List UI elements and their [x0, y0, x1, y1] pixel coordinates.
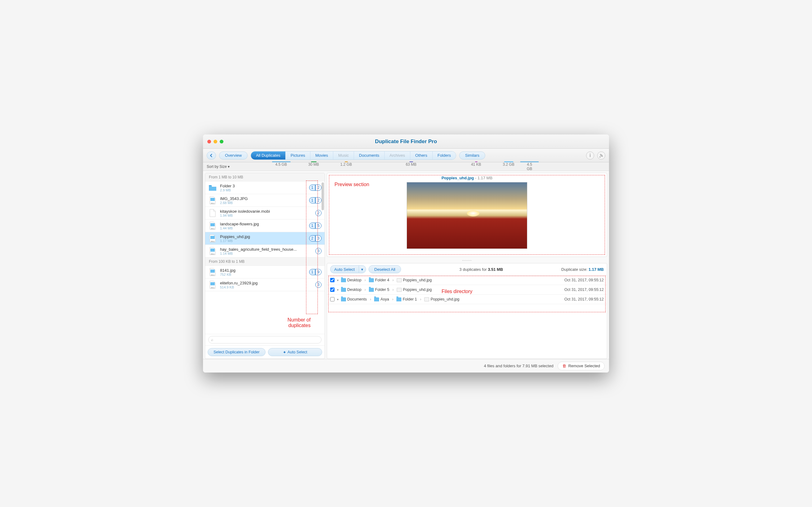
tab-overview[interactable]: Overview: [219, 152, 248, 160]
tab-archives[interactable]: Archives: [385, 152, 410, 160]
close-window-button[interactable]: [207, 140, 211, 144]
preview-filesize: - 1.17 MB: [475, 176, 492, 180]
svg-rect-8: [210, 270, 215, 273]
info-button[interactable]: i: [586, 152, 594, 160]
sort-dropdown[interactable]: Sort by Size ▾: [207, 164, 265, 169]
scrollbar[interactable]: [321, 182, 324, 210]
duplicate-count-badge: 3: [315, 282, 321, 288]
badge: 5: [315, 223, 321, 229]
annotation-preview-section: Preview section: [335, 182, 369, 187]
breadcrumb-separator: ›: [364, 287, 366, 292]
breadcrumb-item[interactable]: Poppies_uhd.jpg: [397, 287, 432, 292]
path-date: Oct 31, 2017, 09:55:12: [564, 278, 604, 282]
breadcrumb-item[interactable]: Folder 1: [396, 297, 417, 301]
duplicate-count-badge: 19: [309, 269, 321, 275]
badge: 1: [309, 269, 315, 275]
search-icon: ⌕: [211, 338, 213, 342]
file-row[interactable]: JPEGPoppies_uhd.jpg1.17 MB23: [205, 232, 324, 245]
preview-header: Poppies_uhd.jpg - 1.17 MB: [329, 176, 604, 180]
file-row[interactable]: kitayskoe issledovanie.mobi1.94 MB2: [205, 207, 324, 220]
select-duplicates-button[interactable]: Select Duplicates in Folder: [208, 348, 265, 356]
deselect-all-button[interactable]: Deselect All: [368, 265, 401, 273]
rss-button[interactable]: [597, 152, 605, 160]
file-size: 752 KB: [220, 273, 306, 276]
breadcrumb-item[interactable]: Poppies_uhd.jpg: [424, 297, 459, 301]
file-name: hay_bales_agriculture_field_trees_house.…: [220, 247, 312, 251]
back-button[interactable]: [207, 152, 216, 160]
file-size: 2.68 MB: [220, 201, 306, 205]
badge: 3: [315, 235, 321, 241]
file-name: Folder 3: [220, 184, 306, 188]
size-indicator: 30 MB: [297, 162, 330, 171]
chevron-down-icon[interactable]: ▾: [337, 298, 339, 301]
tab-all-duplicates[interactable]: All Duplicates: [251, 152, 286, 160]
badge: 1: [309, 223, 315, 229]
path-list: ▾Desktop›Folder 4›Poppies_uhd.jpgOct 31,…: [327, 275, 607, 304]
duplicate-count-badge: 3: [315, 248, 321, 254]
tab-music[interactable]: Music: [333, 152, 354, 160]
tab-others[interactable]: Others: [410, 152, 433, 160]
file-row[interactable]: JPEGelitefon.ru_23929.jpg514.9 KB3: [205, 279, 324, 291]
tab-movies[interactable]: Movies: [310, 152, 333, 160]
path-row[interactable]: ▾Documents›Asya›Folder 1›Poppies_uhd.jpg…: [327, 295, 607, 304]
path-row[interactable]: ▾Desktop›Folder 4›Poppies_uhd.jpgOct 31,…: [327, 275, 607, 285]
svg-rect-6: [210, 248, 215, 251]
file-icon: [424, 297, 429, 301]
path-checkbox[interactable]: [330, 278, 335, 282]
duplicate-size-info: Duplicate size: 1.17 MB: [561, 267, 604, 272]
breadcrumb-item[interactable]: Documents: [341, 297, 367, 301]
search-input[interactable]: [208, 336, 321, 343]
breadcrumb-item[interactable]: Poppies_uhd.jpg: [397, 278, 432, 282]
chevron-down-icon[interactable]: ▾: [337, 288, 339, 291]
titlebar: Duplicate File Finder Pro: [203, 134, 609, 149]
auto-select-button[interactable]: ✦Auto Select: [268, 348, 322, 356]
right-panel: Poppies_uhd.jpg - 1.17 MB Preview sectio…: [327, 173, 607, 359]
tab-folders[interactable]: Folders: [433, 152, 456, 160]
auto-select-dropdown[interactable]: ▾: [359, 265, 366, 273]
duplicate-count-info: 3 duplicates for 3.51 MB: [404, 267, 559, 272]
toolbar: Overview All Duplicates Pictures Movies …: [203, 149, 609, 162]
file-size: 1.17 MB: [220, 239, 306, 243]
file-info: Folder 32.9 MB: [220, 184, 306, 192]
detail-auto-select-button[interactable]: Auto Select: [330, 265, 359, 273]
breadcrumb-item[interactable]: Asya: [374, 297, 389, 301]
breadcrumb-item[interactable]: Folder 4: [369, 278, 389, 282]
section-header: From 1 MB to 10 MB: [205, 173, 324, 181]
svg-rect-0: [210, 198, 215, 201]
panel-resizer[interactable]: [327, 259, 607, 261]
breadcrumb-item[interactable]: Desktop: [341, 278, 361, 282]
breadcrumb-item[interactable]: Desktop: [341, 287, 361, 292]
path-row[interactable]: ▾Desktop›Folder 5›Poppies_uhd.jpgOct 31,…: [327, 285, 607, 295]
size-indicator: 1.2 GB: [330, 162, 362, 171]
file-list[interactable]: From 1 MB to 10 MBFolder 32.9 MB12JPEGIM…: [205, 173, 324, 334]
file-row[interactable]: JPEG8141.jpg752 KB19: [205, 266, 324, 279]
file-size: 1.14 MB: [220, 251, 312, 256]
maximize-window-button[interactable]: [220, 140, 223, 144]
file-row[interactable]: JPEGlandscape-flowers.jpg1.44 MB15: [205, 220, 324, 232]
section-header: From 100 KB to 1 MB: [205, 258, 324, 266]
breadcrumb-item[interactable]: Folder 5: [369, 287, 389, 292]
file-info: Poppies_uhd.jpg1.17 MB: [220, 234, 306, 243]
folder-icon: [341, 297, 346, 301]
minimize-window-button[interactable]: [213, 140, 217, 144]
file-row[interactable]: JPEGhay_bales_agriculture_field_trees_ho…: [205, 245, 324, 258]
badge: 9: [315, 269, 321, 275]
folder-icon: [369, 288, 374, 292]
size-indicator: 4.5 GB: [525, 162, 534, 171]
badge: 3: [315, 282, 321, 288]
breadcrumb-label: Asya: [380, 297, 389, 301]
tab-similars[interactable]: Similars: [459, 152, 485, 160]
file-size: 514.9 KB: [220, 285, 312, 289]
path-checkbox[interactable]: [330, 287, 335, 292]
breadcrumb-label: Desktop: [347, 287, 361, 292]
tab-pictures[interactable]: Pictures: [286, 152, 310, 160]
file-row[interactable]: JPEGIMG_3543.JPG2.68 MB12: [205, 194, 324, 207]
file-row[interactable]: Folder 32.9 MB12: [205, 181, 324, 194]
svg-text:JPEG: JPEG: [210, 240, 214, 242]
chevron-down-icon[interactable]: ▾: [337, 279, 339, 282]
tab-documents[interactable]: Documents: [354, 152, 385, 160]
duplicate-count-badge: 2: [315, 210, 321, 216]
file-info: IMG_3543.JPG2.68 MB: [220, 196, 306, 205]
path-checkbox[interactable]: [330, 297, 335, 301]
remove-selected-button[interactable]: 🗑 Remove Selected: [558, 362, 605, 370]
